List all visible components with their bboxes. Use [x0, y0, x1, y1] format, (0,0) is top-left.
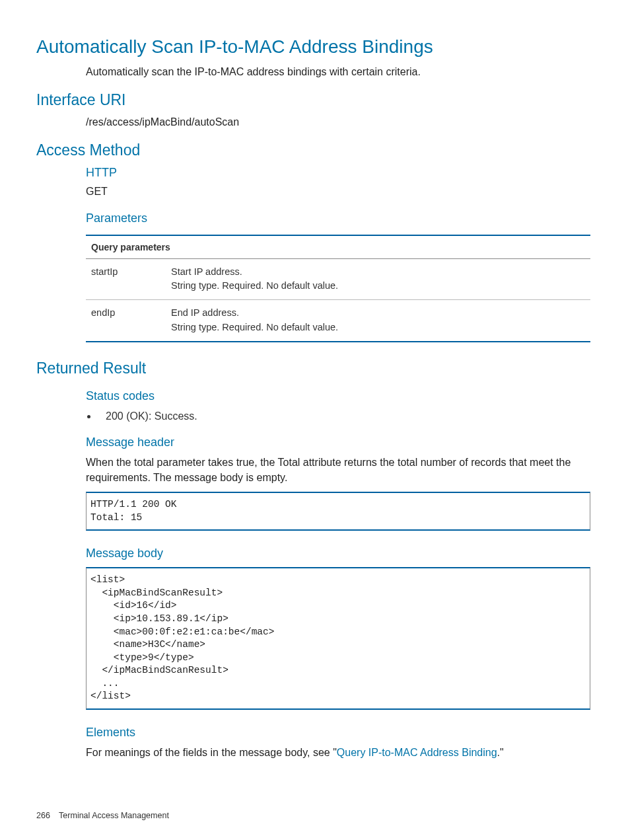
page-title: Automatically Scan IP-to-MAC Address Bin… [36, 36, 590, 57]
table-row: startIp Start IP address. String type. R… [86, 258, 590, 300]
intro-text: Automatically scan the IP-to-MAC address… [86, 64, 590, 79]
heading-http: HTTP [86, 166, 590, 180]
message-header-code: HTTP/1.1 200 OK Total: 15 [86, 492, 590, 531]
elements-link[interactable]: Query IP-to-MAC Address Binding [337, 747, 497, 758]
heading-message-body: Message body [86, 547, 590, 560]
table-header: Query parameters [86, 235, 590, 259]
param-name: startIp [86, 258, 166, 300]
message-body-code: <list> <ipMacBindScanResult> <id>16</id>… [86, 567, 590, 710]
http-method-value: GET [86, 184, 590, 199]
message-header-text: When the total parameter takes true, the… [86, 455, 590, 485]
heading-interface-uri: Interface URI [36, 91, 590, 109]
param-name: endIp [86, 300, 166, 342]
heading-access-method: Access Method [36, 141, 590, 159]
interface-uri-value: /res/access/ipMacBind/autoScan [86, 114, 590, 130]
param-desc: Start IP address. String type. Required.… [166, 258, 590, 300]
heading-elements: Elements [86, 726, 590, 740]
parameters-table: Query parameters startIp Start IP addres… [86, 235, 590, 342]
elements-text: For meanings of the fields in the messag… [86, 745, 590, 760]
heading-returned-result: Returned Result [36, 360, 590, 377]
table-row: endIp End IP address. String type. Requi… [86, 300, 590, 342]
chapter-name: Terminal Access Management [59, 811, 169, 820]
page-footer: 266 Terminal Access Management [36, 811, 169, 820]
heading-status-codes: Status codes [86, 389, 590, 403]
page-number: 266 [36, 811, 50, 820]
param-desc: End IP address. String type. Required. N… [166, 300, 590, 342]
list-item: 200 (OK): Success. [98, 408, 590, 424]
status-codes-list: 200 (OK): Success. [98, 408, 590, 424]
heading-message-header: Message header [86, 436, 590, 449]
heading-parameters: Parameters [86, 211, 590, 225]
